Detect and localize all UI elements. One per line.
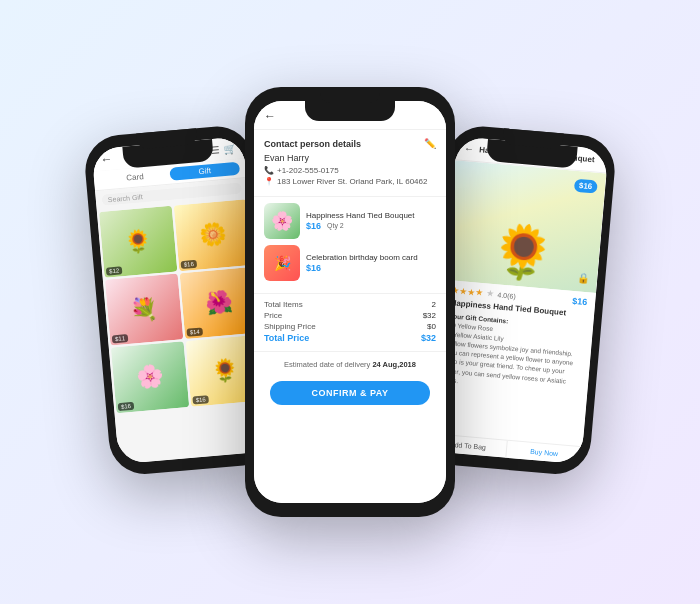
total-items-row: Total Items 2 bbox=[264, 300, 436, 309]
price-row: Price $32 bbox=[264, 311, 436, 320]
phone-icon: 📞 bbox=[264, 166, 274, 175]
right-product-header: Happiness Hand Tied Bouquet bbox=[474, 145, 600, 165]
contact-phone: 📞 +1-202-555-0175 bbox=[264, 166, 436, 175]
contact-address: 📍 183 Lower River St. Orland Park, IL 60… bbox=[264, 177, 436, 186]
contact-section: Contact person details ✏️ Evan Harry 📞 +… bbox=[254, 130, 446, 197]
order-items: 🌸 Happiness Hand Tied Bouquet $16 Qty 2 bbox=[254, 197, 446, 294]
list-item[interactable]: 🌼 $16 bbox=[174, 199, 252, 271]
edit-icon[interactable]: ✏️ bbox=[424, 138, 436, 149]
product-description: Your Gift Contains: 10 Yellow Rose 2 Yel… bbox=[435, 311, 593, 403]
price-badge: $11 bbox=[112, 334, 129, 343]
price-badge: $16 bbox=[192, 395, 209, 404]
shipping-value: $0 bbox=[427, 322, 436, 331]
price-badge: $16 bbox=[181, 260, 198, 269]
order-item-flower: 🌸 Happiness Hand Tied Bouquet $16 Qty 2 bbox=[264, 203, 436, 239]
price-section: Total Items 2 Price $32 Shipping Price $… bbox=[254, 294, 446, 352]
list-item[interactable]: 🌸 $16 bbox=[111, 341, 189, 413]
confirm-pay-button[interactable]: CONFIRM & PAY bbox=[270, 381, 430, 405]
total-items-label: Total Items bbox=[264, 300, 303, 309]
top-icons: ☰ 🛒 bbox=[210, 142, 236, 155]
price-badge: $16 bbox=[118, 402, 135, 411]
delivery-text: Estimated date of delivery bbox=[284, 360, 370, 369]
item-name-card: Celebration birthday boom card bbox=[306, 253, 436, 263]
menu-icon[interactable]: ☰ bbox=[210, 144, 220, 156]
confirm-order-title: Confirm Order bbox=[276, 110, 420, 122]
list-item[interactable]: 🌻 $12 bbox=[99, 206, 177, 278]
buy-now-button[interactable]: Buy Now bbox=[506, 441, 583, 465]
price-label: Price bbox=[264, 311, 282, 320]
price-badge: $12 bbox=[106, 266, 123, 275]
list-item[interactable]: 💐 $11 bbox=[105, 273, 183, 345]
item-info-card: Celebration birthday boom card $16 bbox=[306, 253, 436, 273]
search-placeholder: Search Gift bbox=[108, 193, 143, 203]
total-price-value: $32 bbox=[421, 333, 436, 343]
stars-filled: ★★★★ bbox=[451, 285, 484, 298]
item-qty-flower: Qty 2 bbox=[327, 222, 344, 229]
item-info-flower: Happiness Hand Tied Bouquet $16 Qty 2 bbox=[306, 211, 436, 231]
item-thumb-card: 🎉 bbox=[264, 245, 300, 281]
rating-count: 4.0(6) bbox=[497, 291, 516, 300]
stars-empty: ★ bbox=[486, 288, 495, 299]
delivery-note: Estimated date of delivery 24 Aug,2018 bbox=[254, 352, 446, 377]
tab-gift[interactable]: Gift bbox=[169, 162, 240, 181]
item-thumb-flower: 🌸 bbox=[264, 203, 300, 239]
total-price-row: Total Price $32 bbox=[264, 333, 436, 343]
contact-label: Contact person details ✏️ bbox=[264, 138, 436, 149]
item-name-flower: Happiness Hand Tied Bouquet bbox=[306, 211, 436, 221]
contact-name: Evan Harry bbox=[264, 153, 436, 163]
price-badge: $14 bbox=[186, 327, 203, 336]
total-price-label: Total Price bbox=[264, 333, 309, 343]
location-icon: 📍 bbox=[264, 177, 274, 186]
tab-card[interactable]: Card bbox=[100, 168, 171, 187]
gift-grid: 🌻 $12 🌼 $16 💐 $11 🌺 $14 bbox=[97, 197, 266, 415]
item-price-card: $16 bbox=[306, 263, 321, 273]
shipping-label: Shipping Price bbox=[264, 322, 316, 331]
order-item-card: 🎉 Celebration birthday boom card $16 bbox=[264, 245, 436, 281]
product-price-badge: $16 bbox=[573, 179, 597, 194]
right-product-price: $16 bbox=[572, 296, 588, 307]
shipping-row: Shipping Price $0 bbox=[264, 322, 436, 331]
total-items-value: 2 bbox=[432, 300, 436, 309]
back-arrow-center[interactable]: ← bbox=[264, 109, 276, 123]
delivery-date: 24 Aug,2018 bbox=[372, 360, 416, 369]
cart-icon[interactable]: 🛒 bbox=[223, 142, 236, 154]
center-phone: ← Confirm Order Contact person details ✏… bbox=[245, 87, 455, 517]
lock-icon: 🔒 bbox=[577, 272, 590, 284]
buy-label: Buy bbox=[153, 149, 171, 160]
back-arrow-left[interactable]: ← bbox=[100, 152, 113, 167]
price-value: $32 bbox=[423, 311, 436, 320]
item-price-flower: $16 bbox=[306, 221, 321, 231]
contact-section-label: Contact person details bbox=[264, 139, 361, 149]
product-image: 🌻 $16 🔒 bbox=[445, 160, 607, 293]
center-header: ← Confirm Order bbox=[254, 101, 446, 130]
